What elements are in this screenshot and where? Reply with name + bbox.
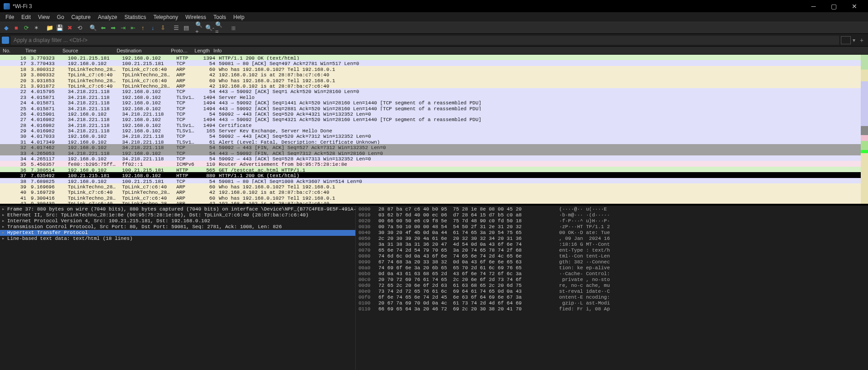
packet-row[interactable]: 429.300439TpLink_c7:c6:40TpLinkTechno_28… [0, 200, 868, 204]
bookmark-icon[interactable] [2, 37, 9, 44]
zoom-reset-icon[interactable]: 🔍= [215, 23, 224, 33]
packet-row[interactable]: 344.265117192.168.0.10234.218.221.118TCP… [0, 155, 868, 161]
zoom-out-icon[interactable]: 🔍- [205, 23, 214, 33]
hex-row[interactable]: 007065 6e 74 2d 54 79 70 65 3a 20 74 65 … [359, 248, 865, 253]
go-up-icon[interactable]: ↑ [138, 23, 147, 33]
packet-row[interactable]: 419.300416TpLinkTechno_28:1e:…TpLink_c7:… [0, 195, 868, 200]
hex-row[interactable]: 00e073 74 2d 72 65 76 61 6c 69 64 61 74 … [359, 289, 865, 295]
packet-row[interactable]: 334.26505334.218.221.118192.168.0.102TCP… [0, 150, 868, 155]
go-last-icon[interactable]: ⇩ [158, 23, 167, 33]
tree-item[interactable]: ▸Transmission Control Protocol, Src Port… [0, 224, 355, 230]
hex-row[interactable]: 008074 6d 6c 0d 0a 43 6f 6e 74 65 6e 74 … [359, 253, 865, 259]
packet-row[interactable]: 193.800332TpLink_c7:c6:40TpLinkTechno_28… [0, 71, 868, 77]
hex-row[interactable]: 001003 62 b7 6d 40 00 ec 06 d7 28 64 15 … [359, 212, 865, 218]
colorize-icon[interactable]: ▤ [182, 23, 191, 33]
packet-row[interactable]: 224.01579534.218.221.118192.168.0.102TCP… [0, 88, 868, 94]
hex-row[interactable]: 000028 87 ba c7 c6 40 b0 95 75 28 1e 8e … [359, 206, 865, 212]
menu-edit[interactable]: Edit [18, 13, 34, 21]
packet-row[interactable]: 244.01587134.218.221.118192.168.0.102TCP… [0, 99, 868, 105]
packet-row[interactable]: 213.931872TpLink_c7:c6:40TpLinkTechno_28… [0, 83, 868, 88]
expand-icon[interactable]: ▸ [2, 224, 7, 230]
tree-item[interactable]: ▸Internet Protocol Version 4, Src: 100.2… [0, 218, 355, 224]
expand-icon[interactable]: ▸ [2, 236, 7, 242]
find-icon[interactable]: 🔍 [89, 23, 98, 33]
packet-row[interactable]: 304.017033192.168.0.10234.218.221.118TCP… [0, 133, 868, 138]
menu-telephony[interactable]: Telephony [150, 13, 182, 21]
column-protocol[interactable]: Protocol [169, 47, 191, 54]
packet-list-pane[interactable]: 163.770323100.21.215.181192.168.0.102HTT… [0, 55, 868, 204]
packet-row[interactable]: 377.635492100.21.215.181192.168.0.102HTT… [0, 172, 868, 178]
next-icon[interactable]: ➡ [108, 23, 118, 33]
packet-row[interactable]: 294.01698234.218.221.118192.168.0.102TLS… [0, 127, 868, 133]
tree-item[interactable]: ▸Hypertext Transfer Protocol [0, 230, 355, 236]
hex-row[interactable]: 00502c 20 30 39 20 4a 61 6e 20 32 30 32 … [359, 236, 865, 242]
start-capture-icon[interactable]: ◆ [2, 23, 11, 33]
resize-columns-icon[interactable]: ⫼ [229, 23, 238, 33]
tree-item[interactable]: ▸Line-based text data: text/html (18 lin… [0, 236, 355, 242]
menu-file[interactable]: File [2, 13, 18, 21]
hex-row[interactable]: 00a074 69 6f 6e 3a 20 6b 65 65 70 2d 61 … [359, 265, 865, 271]
hex-row[interactable]: 00c020 70 72 69 76 61 74 65 2c 20 6e 6f … [359, 277, 865, 283]
packet-bytes-pane[interactable]: 000028 87 ba c7 c6 40 b0 95 75 28 1e 8e … [355, 206, 868, 370]
zoom-in-icon[interactable]: 🔍+ [195, 23, 204, 33]
add-filter-button[interactable]: + [857, 37, 866, 44]
display-filter-input[interactable] [11, 36, 839, 45]
packet-row[interactable]: 387.689825192.168.0.102100.21.215.181TCP… [0, 178, 868, 183]
expand-icon[interactable]: ▸ [2, 206, 7, 212]
packet-row[interactable]: 234.01587134.218.221.118192.168.0.102TLS… [0, 94, 868, 99]
open-icon[interactable]: 📁 [45, 23, 54, 33]
hex-row[interactable]: 00b00d 0a 43 61 63 68 65 2d 43 6f 6e 74 … [359, 271, 865, 277]
expand-icon[interactable]: ▸ [2, 230, 7, 236]
hex-row[interactable]: 009067 74 68 3a 20 33 38 32 0d 0a 43 6f … [359, 259, 865, 265]
packet-row[interactable]: 355.450357fe80::b295:75ff:fe2…ff02::1ICM… [0, 161, 868, 166]
packet-row[interactable]: 367.380514192.168.0.102100.21.215.181HTT… [0, 167, 868, 172]
packet-row[interactable]: 284.01698234.218.221.118192.168.0.102TLS… [0, 122, 868, 127]
column-no[interactable]: No. [0, 47, 24, 54]
prev-icon[interactable]: ⬅ [99, 23, 108, 33]
column-source[interactable]: Source [61, 47, 115, 54]
filter-history-dropdown[interactable]: ▾ [851, 37, 857, 43]
hex-row[interactable]: 00603a 31 38 3a 31 36 20 47 4d 54 0d 0a … [359, 242, 865, 248]
packet-row[interactable]: 264.015901192.168.0.10234.218.221.118TCP… [0, 111, 868, 116]
packet-row[interactable]: 163.770323100.21.215.181192.168.0.102HTT… [0, 55, 868, 60]
hex-row[interactable]: 011066 69 65 64 3a 20 46 72 69 2c 20 30 … [359, 306, 865, 312]
menu-statistics[interactable]: Statistics [121, 13, 150, 21]
packet-row[interactable]: 274.01698234.218.221.118192.168.0.102TCP… [0, 116, 868, 122]
hex-row[interactable]: 003000 7a 50 10 00 00 48 54 54 50 2f 31 … [359, 224, 865, 230]
column-time[interactable]: Time [24, 47, 61, 54]
packet-row[interactable]: 183.800312TpLinkTechno_28:1e:…TpLink_c7:… [0, 66, 868, 71]
restart-capture-icon[interactable]: ⟳ [22, 23, 31, 33]
menu-capture[interactable]: Capture [68, 13, 94, 21]
packet-row[interactable]: 173.770433192.168.0.102100.21.215.181TCP… [0, 60, 868, 66]
tree-item[interactable]: ▸Ethernet II, Src: TpLinkTechno_28:1e:8e… [0, 212, 355, 218]
hex-row[interactable]: 002000 66 00 50 e6 c9 f8 5e 75 7d 48 90 … [359, 218, 865, 224]
packet-row[interactable]: 409.169729TpLink_c7:c6:40TpLinkTechno_28… [0, 189, 868, 194]
packet-row[interactable]: 203.931853TpLinkTechno_28:1e:…TpLink_c7:… [0, 77, 868, 83]
packet-details-pane[interactable]: ▸Frame 37: 880 bytes on wire (7040 bits)… [0, 206, 355, 370]
expand-icon[interactable]: ▸ [2, 212, 7, 218]
filter-expression-button[interactable] [841, 36, 851, 44]
save-icon[interactable]: 💾 [55, 23, 64, 33]
close-button[interactable]: ✕ [844, 0, 864, 12]
tree-item[interactable]: ▸Frame 37: 880 bytes on wire (7040 bits)… [0, 206, 355, 212]
menu-view[interactable]: View [34, 13, 53, 21]
column-info[interactable]: Info [212, 47, 868, 54]
column-destination[interactable]: Destination [115, 47, 169, 54]
menu-tools[interactable]: Tools [210, 13, 230, 21]
options-icon[interactable]: ✶ [32, 23, 41, 33]
menu-wireless[interactable]: Wireless [182, 13, 210, 21]
autoscroll-icon[interactable]: ☰ [172, 23, 181, 33]
packet-row[interactable]: 399.169696TpLinkTechno_28:1e:…TpLink_c7:… [0, 183, 868, 189]
hex-row[interactable]: 010020 67 7a 69 70 0d 0a 4c 61 73 74 2d … [359, 300, 865, 306]
jump-icon[interactable]: ⇥ [118, 23, 127, 33]
packet-row[interactable]: 314.017349192.168.0.10234.218.221.118TLS… [0, 139, 868, 144]
maximize-button[interactable]: ▢ [824, 0, 844, 12]
packet-row[interactable]: 324.017462192.168.0.10234.218.221.118TCP… [0, 144, 868, 150]
hex-row[interactable]: 00f06f 6e 74 65 6e 74 2d 45 6e 63 6f 64 … [359, 295, 865, 300]
close-file-icon[interactable]: ✖ [65, 23, 74, 33]
packet-row[interactable]: 254.01587134.218.221.118192.168.0.102TCP… [0, 105, 868, 111]
hex-row[interactable]: 004030 30 20 4f 4b 0d 0a 44 61 74 65 3a … [359, 230, 865, 236]
minimize-button[interactable]: ─ [803, 0, 824, 12]
hex-row[interactable]: 00d072 65 2c 20 6e 6f 2d 63 61 63 68 65 … [359, 283, 865, 289]
stop-capture-icon[interactable]: ■ [12, 23, 21, 33]
